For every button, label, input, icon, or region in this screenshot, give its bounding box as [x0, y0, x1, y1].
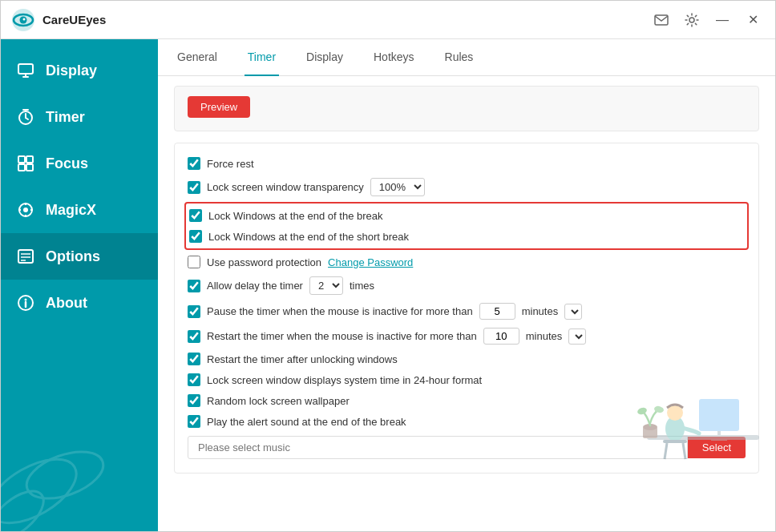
svg-rect-4: [655, 15, 668, 25]
main-area: Display Timer: [1, 39, 775, 531]
highlight-box: Lock Windows at the end of the break Loc…: [184, 202, 749, 250]
option-restart-mouse: Restart the timer when the mouse is inac…: [188, 324, 746, 349]
svg-point-5: [689, 18, 694, 22]
restart-mouse-checkbox[interactable]: [188, 330, 200, 343]
magicx-icon: [17, 201, 34, 219]
pause-mouse-checkbox[interactable]: [188, 305, 200, 318]
sidebar-item-timer[interactable]: Timer: [1, 94, 158, 140]
options-list: Force rest Lock screen window transparen…: [174, 143, 759, 474]
svg-point-32: [1, 482, 51, 531]
about-icon: [17, 294, 34, 312]
option-lock-24h: Lock screen window displays system time …: [188, 369, 746, 390]
lock-end-short-checkbox[interactable]: [189, 230, 202, 243]
close-button[interactable]: ✕: [740, 7, 766, 33]
app-logo-icon: [10, 7, 36, 33]
preview-button[interactable]: Preview: [188, 96, 250, 118]
sidebar-label-display: Display: [46, 62, 97, 79]
pause-mouse-unit: minutes: [522, 305, 559, 317]
random-wallpaper-checkbox[interactable]: [188, 394, 200, 407]
sidebar-label-options: Options: [46, 248, 100, 265]
app-title: CareUEyes: [42, 13, 106, 26]
svg-point-30: [1, 446, 87, 531]
option-random-wallpaper: Random lock screen wallpaper: [188, 390, 746, 411]
tab-rules[interactable]: Rules: [442, 39, 477, 76]
sidebar-label-focus: Focus: [46, 155, 88, 172]
email-icon: [654, 14, 669, 26]
svg-rect-13: [18, 156, 25, 163]
allow-delay-label-after: times: [350, 280, 374, 292]
lock-24h-checkbox[interactable]: [188, 373, 200, 386]
lock-end-break-label: Lock Windows at the end of the break: [208, 210, 383, 222]
play-alert-label: Play the alert sound at the end of the b…: [207, 416, 406, 428]
restart-mouse-label: Restart the timer when the mouse is inac…: [207, 330, 477, 342]
lock-transparency-checkbox[interactable]: [188, 181, 200, 194]
pause-mouse-unit-dropdown[interactable]: ▾: [564, 304, 582, 320]
content-area: General Timer Display Hotkeys Rules: [158, 39, 775, 531]
option-allow-delay: Allow delay the timer 2 1 3 5 times: [188, 272, 746, 299]
change-password-button[interactable]: Change Password: [328, 256, 413, 268]
music-select-button[interactable]: Select: [688, 437, 746, 458]
title-controls: — ✕: [649, 7, 766, 33]
sidebar-item-display[interactable]: Display: [1, 47, 158, 94]
transparency-dropdown[interactable]: 100% 75% 50%: [370, 178, 425, 196]
gear-icon: [685, 13, 699, 27]
lock-24h-label: Lock screen window displays system time …: [207, 374, 482, 386]
options-icon: [17, 248, 34, 265]
tab-display[interactable]: Display: [303, 39, 346, 76]
pause-mouse-input[interactable]: [479, 303, 515, 320]
focus-icon: [17, 155, 34, 172]
pause-mouse-label: Pause the timer when the mouse is inacti…: [207, 305, 473, 317]
svg-point-29: [25, 299, 27, 301]
restart-mouse-input[interactable]: [483, 328, 519, 345]
restart-mouse-unit: minutes: [526, 330, 563, 342]
app-window: CareUEyes — ✕: [0, 0, 776, 532]
sidebar-item-options[interactable]: Options: [1, 233, 158, 280]
option-lock-end-break: Lock Windows at the end of the break: [189, 205, 744, 226]
sidebar-item-about[interactable]: About: [1, 280, 158, 326]
title-left: CareUEyes: [10, 7, 106, 33]
settings-button[interactable]: [679, 7, 705, 33]
email-button[interactable]: [649, 7, 674, 33]
svg-point-31: [20, 442, 109, 507]
music-row: Select: [188, 432, 746, 463]
restart-unlock-checkbox[interactable]: [188, 353, 200, 365]
preview-section: Preview: [174, 86, 759, 131]
content-panel: Preview Force rest Lock screen window tr…: [158, 76, 775, 531]
minimize-button[interactable]: —: [709, 7, 735, 33]
restart-unlock-label: Restart the timer after unlocking window…: [207, 353, 398, 365]
minimize-icon: —: [716, 13, 729, 27]
tab-timer[interactable]: Timer: [245, 39, 279, 76]
lock-end-short-label: Lock Windows at the end of the short bre…: [208, 231, 409, 243]
close-icon: ✕: [748, 12, 758, 27]
sidebar-label-timer: Timer: [46, 109, 85, 126]
option-password-protection: Use password protection Change Password: [188, 252, 746, 272]
svg-rect-6: [18, 64, 33, 74]
option-pause-mouse: Pause the timer when the mouse is inacti…: [188, 299, 746, 324]
play-alert-checkbox[interactable]: [188, 415, 200, 428]
option-lock-transparency: Lock screen window transparency 100% 75%…: [188, 174, 746, 200]
delay-times-dropdown[interactable]: 2 1 3 5: [309, 276, 343, 295]
sidebar-item-magicx[interactable]: MagicX: [1, 187, 158, 233]
allow-delay-label-before: Allow delay the timer: [207, 280, 303, 292]
tab-general[interactable]: General: [174, 39, 220, 76]
tab-hotkeys[interactable]: Hotkeys: [370, 39, 418, 76]
sidebar-item-focus[interactable]: Focus: [1, 140, 158, 187]
random-wallpaper-label: Random lock screen wallpaper: [207, 395, 350, 407]
password-protection-label: Use password protection: [207, 256, 321, 268]
lock-end-break-checkbox[interactable]: [189, 209, 202, 222]
allow-delay-checkbox[interactable]: [188, 280, 200, 292]
password-protection-checkbox[interactable]: [188, 256, 200, 268]
music-input[interactable]: [188, 436, 688, 459]
force-rest-checkbox[interactable]: [188, 157, 200, 170]
title-bar: CareUEyes — ✕: [1, 1, 775, 39]
display-icon: [17, 62, 34, 79]
option-restart-unlock: Restart the timer after unlocking window…: [188, 349, 746, 369]
option-force-rest: Force rest: [188, 153, 746, 174]
svg-point-18: [23, 208, 28, 212]
option-lock-end-short: Lock Windows at the end of the short bre…: [189, 226, 744, 247]
svg-point-3: [23, 18, 26, 20]
restart-mouse-unit-dropdown[interactable]: ▾: [568, 328, 586, 345]
timer-icon: [17, 108, 34, 126]
sidebar: Display Timer: [1, 39, 158, 531]
lock-transparency-label: Lock screen window transparency: [207, 181, 364, 193]
